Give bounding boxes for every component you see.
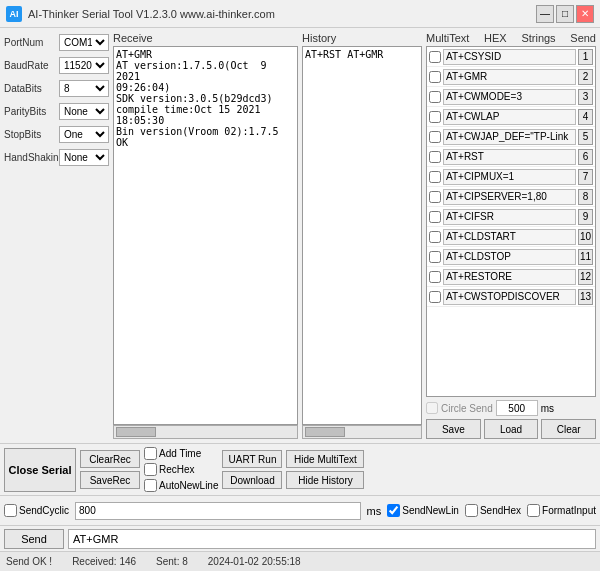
history-scrollbar-h[interactable] xyxy=(302,425,422,439)
download-button[interactable]: Download xyxy=(222,471,282,489)
multitext-rows: 12345678910111213 xyxy=(426,46,596,397)
multitext-send-button[interactable]: 5 xyxy=(578,129,593,145)
maximize-button[interactable]: □ xyxy=(556,5,574,23)
circle-send-label: Circle Send xyxy=(441,403,493,414)
multitext-row: 1 xyxy=(427,47,595,67)
multitext-row-input[interactable] xyxy=(443,89,576,105)
autonewline-checkbox[interactable] xyxy=(144,479,157,492)
hide-history-button[interactable]: Hide History xyxy=(286,471,364,489)
multitext-row-checkbox[interactable] xyxy=(429,231,441,243)
multitext-row-checkbox[interactable] xyxy=(429,171,441,183)
multitext-send-button[interactable]: 11 xyxy=(578,249,593,265)
multitext-row-input[interactable] xyxy=(443,189,576,205)
multitext-row-input[interactable] xyxy=(443,129,576,145)
hide-multitext-button[interactable]: Hide MultiText xyxy=(286,450,364,468)
multitext-send-button[interactable]: 12 xyxy=(578,269,593,285)
multitext-panel: MultiText HEX Strings Send 1234567891011… xyxy=(426,32,596,439)
history-textarea[interactable]: AT+RST AT+GMR xyxy=(302,46,422,425)
load-button[interactable]: Load xyxy=(484,419,539,439)
paritybits-row: ParityBits None xyxy=(4,101,109,121)
multitext-row-input[interactable] xyxy=(443,169,576,185)
sendnewlin-checkbox[interactable] xyxy=(387,504,400,517)
multitext-send-button[interactable]: 10 xyxy=(578,229,593,245)
multitext-row-checkbox[interactable] xyxy=(429,251,441,263)
rec-section: ClearRec SaveRec xyxy=(80,450,140,489)
rechex-checkbox-label: RecHex xyxy=(144,463,218,476)
multitext-send-button[interactable]: 3 xyxy=(578,89,593,105)
title-controls: — □ ✕ xyxy=(536,5,594,23)
stopbits-select[interactable]: One xyxy=(59,126,109,143)
portnum-select[interactable]: COM10 xyxy=(59,34,109,51)
multitext-title: MultiText xyxy=(426,32,469,44)
clearrec-button[interactable]: ClearRec xyxy=(80,450,140,468)
multitext-header: MultiText HEX Strings Send xyxy=(426,32,596,44)
multitext-row-checkbox[interactable] xyxy=(429,291,441,303)
multitext-row-checkbox[interactable] xyxy=(429,131,441,143)
minimize-button[interactable]: — xyxy=(536,5,554,23)
multitext-send-button[interactable]: 13 xyxy=(578,289,593,305)
multitext-row-input[interactable] xyxy=(443,229,576,245)
circle-send-input[interactable] xyxy=(496,400,538,416)
multitext-row-input[interactable] xyxy=(443,49,576,65)
send-button[interactable]: Send xyxy=(4,529,64,549)
multitext-send-button[interactable]: 6 xyxy=(578,149,593,165)
title-bar: AI AI-Thinker Serial Tool V1.2.3.0 www.a… xyxy=(0,0,600,28)
circle-send-checkbox[interactable] xyxy=(426,402,438,414)
status-bar: Send OK ! Received: 146 Sent: 8 2024-01-… xyxy=(0,551,600,571)
app-icon: AI xyxy=(6,6,22,22)
multitext-row-input[interactable] xyxy=(443,269,576,285)
multitext-row: 2 xyxy=(427,67,595,87)
multitext-row-input[interactable] xyxy=(443,109,576,125)
send-text-input[interactable] xyxy=(68,529,596,549)
multitext-row: 7 xyxy=(427,167,595,187)
receive-scrollbar-h[interactable] xyxy=(113,425,298,439)
multitext-footer: Circle Send ms Save Load Clear xyxy=(426,400,596,439)
addtime-checkbox[interactable] xyxy=(144,447,157,460)
receive-textarea[interactable]: AT+GMR AT version:1.7.5.0(Oct 9 2021 09:… xyxy=(113,46,298,425)
multitext-row-checkbox[interactable] xyxy=(429,51,441,63)
multitext-send-button[interactable]: 4 xyxy=(578,109,593,125)
multitext-row-input[interactable] xyxy=(443,249,576,265)
save-button[interactable]: Save xyxy=(426,419,481,439)
multitext-row-checkbox[interactable] xyxy=(429,211,441,223)
databits-select[interactable]: 8 xyxy=(59,80,109,97)
multitext-row-input[interactable] xyxy=(443,69,576,85)
receive-scrollbar-thumb xyxy=(116,427,156,437)
circle-send-row: Circle Send ms xyxy=(426,400,596,416)
baudrate-select[interactable]: 115200 xyxy=(59,57,109,74)
multitext-row-checkbox[interactable] xyxy=(429,111,441,123)
rechex-checkbox[interactable] xyxy=(144,463,157,476)
multitext-row-input[interactable] xyxy=(443,209,576,225)
download-section: UART Run Download xyxy=(222,450,282,489)
multitext-row-checkbox[interactable] xyxy=(429,151,441,163)
send-row: Send xyxy=(0,525,600,551)
close-button[interactable]: ✕ xyxy=(576,5,594,23)
close-serial-button[interactable]: Close Serial xyxy=(4,448,76,492)
multitext-row-checkbox[interactable] xyxy=(429,71,441,83)
handshaking-select[interactable]: None xyxy=(59,149,109,166)
multitext-row-checkbox[interactable] xyxy=(429,91,441,103)
handshaking-label: HandShaking xyxy=(4,152,59,163)
multitext-row-checkbox[interactable] xyxy=(429,191,441,203)
multitext-send-button[interactable]: 8 xyxy=(578,189,593,205)
clear-button[interactable]: Clear xyxy=(541,419,596,439)
multitext-send-button[interactable]: 9 xyxy=(578,209,593,225)
saverec-button[interactable]: SaveRec xyxy=(80,471,140,489)
receive-panel: Receive AT+GMR AT version:1.7.5.0(Oct 9 … xyxy=(113,32,298,439)
portnum-label: PortNum xyxy=(4,37,59,48)
uart-run-button[interactable]: UART Run xyxy=(222,450,282,468)
multitext-row-checkbox[interactable] xyxy=(429,271,441,283)
middle-section: Close Serial ClearRec SaveRec Add Time R… xyxy=(0,443,600,495)
multitext-send-button[interactable]: 7 xyxy=(578,169,593,185)
cyclic-ms-input[interactable] xyxy=(75,502,361,520)
formatinput-checkbox[interactable] xyxy=(527,504,540,517)
paritybits-select[interactable]: None xyxy=(59,103,109,120)
multitext-send-button[interactable]: 2 xyxy=(578,69,593,85)
multitext-hex-label: HEX xyxy=(484,32,507,44)
multitext-row-input[interactable] xyxy=(443,149,576,165)
multitext-row-input[interactable] xyxy=(443,289,576,305)
receive-label: Receive xyxy=(113,32,298,44)
sendcyclic-checkbox[interactable] xyxy=(4,504,17,517)
sendhex-checkbox[interactable] xyxy=(465,504,478,517)
multitext-send-button[interactable]: 1 xyxy=(578,49,593,65)
